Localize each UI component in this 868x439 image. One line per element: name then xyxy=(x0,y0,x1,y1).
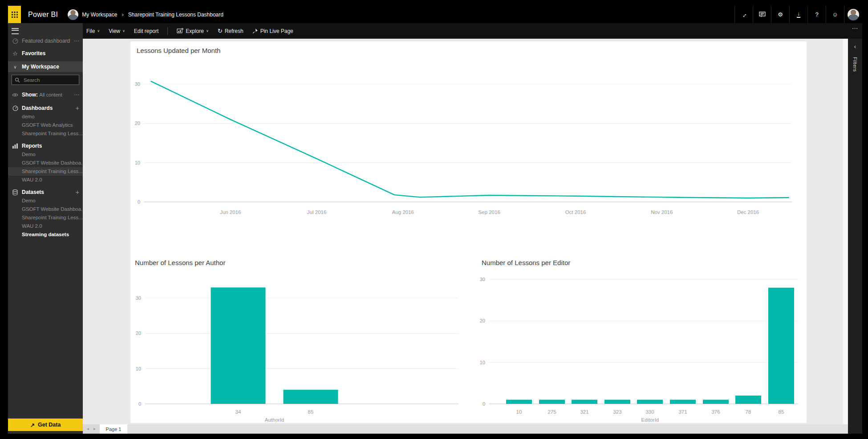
feedback-smiley-button[interactable]: ☺ xyxy=(826,6,844,23)
reports-label: Reports xyxy=(22,143,42,149)
explore-label: Explore xyxy=(186,28,204,34)
svg-text:85: 85 xyxy=(779,409,784,415)
breadcrumb-page[interactable]: Sharepoint Training Lessons Dashboard xyxy=(128,12,223,18)
svg-text:Jul 2016: Jul 2016 xyxy=(307,209,326,215)
filters-panel-collapsed: ‹ Filters xyxy=(848,39,862,434)
svg-text:85: 85 xyxy=(308,409,314,415)
show-label: Show: xyxy=(22,92,38,98)
list-item-streaming-datasets[interactable]: Streaming datasets xyxy=(8,230,83,239)
view-menu-button[interactable]: View ∨ xyxy=(109,28,125,34)
svg-text:10: 10 xyxy=(135,160,140,165)
chevron-down-icon: ∨ xyxy=(206,29,209,33)
edit-report-button[interactable]: Edit report xyxy=(134,28,158,34)
svg-text:Aug 2016: Aug 2016 xyxy=(392,209,414,215)
refresh-icon: ↻ xyxy=(218,28,223,34)
workspace-avatar[interactable] xyxy=(68,9,78,20)
chevron-right-icon: › xyxy=(122,11,123,18)
account-menu[interactable] xyxy=(844,6,862,23)
get-data-button[interactable]: ↗ Get Data xyxy=(8,419,83,431)
download-icon: ↓ xyxy=(797,11,800,18)
edit-report-label: Edit report xyxy=(134,28,158,34)
app-launcher-button[interactable] xyxy=(8,6,21,23)
refresh-button[interactable]: ↻ Refresh xyxy=(218,28,243,34)
dashboards-icon xyxy=(12,105,19,111)
svg-text:AuthorId: AuthorId xyxy=(265,417,284,423)
svg-text:30: 30 xyxy=(136,295,141,301)
pin-live-page-button[interactable]: Pin Live Page xyxy=(252,28,293,34)
download-button[interactable]: ↓ xyxy=(789,6,807,23)
add-dashboard-icon[interactable]: + xyxy=(76,105,79,112)
eye-icon xyxy=(12,93,19,97)
list-item[interactable]: Sharepoint Training Less... xyxy=(8,213,83,222)
section-reports[interactable]: Reports xyxy=(8,141,83,150)
list-item[interactable]: Demo xyxy=(8,150,83,159)
fullscreen-button[interactable]: ↔ xyxy=(734,6,753,23)
file-menu-button[interactable]: File ∨ xyxy=(86,28,100,34)
svg-text:30: 30 xyxy=(135,81,140,87)
svg-text:323: 323 xyxy=(613,409,621,415)
svg-text:20: 20 xyxy=(480,318,485,323)
chevron-down-icon: ∨ xyxy=(122,29,125,33)
sidebar-search[interactable] xyxy=(12,75,79,85)
collapse-nav-button[interactable] xyxy=(8,27,83,36)
more-options-icon[interactable]: ⋯ xyxy=(852,25,858,32)
refresh-label: Refresh xyxy=(225,28,243,34)
section-dashboards[interactable]: Dashboards + xyxy=(8,104,83,113)
list-item-selected[interactable]: Sharepoint Training Less... xyxy=(8,167,83,176)
gear-icon: ⚙ xyxy=(778,11,783,18)
workspace-selector[interactable]: ∨ My Workspace xyxy=(8,61,83,72)
svg-text:371: 371 xyxy=(678,409,687,415)
svg-text:0: 0 xyxy=(138,199,140,205)
powerbi-app: Power BI My Workspace › Sharepoint Train… xyxy=(8,6,862,434)
add-dataset-icon[interactable]: + xyxy=(76,189,79,196)
more-icon[interactable]: ⋯ xyxy=(74,38,79,44)
list-item[interactable]: WAU 2.0 xyxy=(8,176,83,184)
more-icon[interactable]: ⋯ xyxy=(74,92,79,98)
svg-text:275: 275 xyxy=(548,409,556,415)
tab-page-1[interactable]: Page 1 xyxy=(100,424,127,434)
page-prev-icon[interactable]: ◄ xyxy=(86,427,90,431)
svg-text:10: 10 xyxy=(516,409,522,415)
svg-text:Dec 2016: Dec 2016 xyxy=(737,209,759,215)
svg-text:0: 0 xyxy=(138,401,141,407)
page-next-icon[interactable]: ► xyxy=(93,427,97,431)
pin-icon xyxy=(252,28,258,34)
list-item[interactable]: GSOFT Website Dashboa... xyxy=(8,205,83,213)
page-tab-bar: ◄ ► Page 1 xyxy=(83,424,848,434)
list-item[interactable]: GSOFT Website Dashboa... xyxy=(8,159,83,167)
dashboard-gauge-icon xyxy=(12,38,19,44)
list-item[interactable]: demo xyxy=(8,113,83,121)
list-item[interactable]: WAU 2.0 xyxy=(8,222,83,230)
section-datasets[interactable]: Datasets + xyxy=(8,188,83,197)
chevron-left-icon[interactable]: ‹ xyxy=(854,43,856,50)
search-input[interactable] xyxy=(23,77,73,83)
settings-button[interactable]: ⚙ xyxy=(771,6,789,23)
sidebar-item-favorites[interactable]: ☆ Favorites xyxy=(8,49,83,58)
charts-svg[interactable]: 0102030Jun 2016Jul 2016Aug 2016Sep 2016O… xyxy=(130,41,807,423)
user-avatar[interactable] xyxy=(848,9,859,20)
svg-text:78: 78 xyxy=(746,409,751,415)
datasets-label: Datasets xyxy=(22,189,44,195)
breadcrumb-workspace[interactable]: My Workspace xyxy=(82,12,117,18)
sidebar-item-featured-dashboard[interactable]: Featured dashboard ⋯ xyxy=(8,36,83,45)
show-filter-row[interactable]: Show: All content ⋯ xyxy=(8,90,83,99)
top-header: Power BI My Workspace › Sharepoint Train… xyxy=(8,6,862,23)
help-icon: ? xyxy=(815,11,818,18)
view-label: View xyxy=(109,28,120,34)
page-tab-bar-empty xyxy=(127,424,848,434)
show-value[interactable]: All content xyxy=(39,92,62,97)
page-navigation: ◄ ► xyxy=(83,424,100,434)
powerbi-logo[interactable]: Power BI xyxy=(28,11,58,19)
chevron-down-icon: ∨ xyxy=(12,64,19,69)
list-item[interactable]: GSOFT Web Analytics xyxy=(8,121,83,129)
report-toolbar: File ∨ View ∨ Edit report xyxy=(83,23,862,39)
filters-panel-label[interactable]: Filters xyxy=(852,57,858,72)
list-item[interactable]: Demo xyxy=(8,197,83,205)
explore-menu-button[interactable]: Explore ∨ xyxy=(177,28,209,34)
help-button[interactable]: ? xyxy=(807,6,826,23)
svg-text:10: 10 xyxy=(480,360,485,365)
vertical-scrollbar[interactable] xyxy=(843,39,848,424)
feedback-notes-button[interactable] xyxy=(753,6,771,23)
arrow-up-right-icon: ↗ xyxy=(30,422,35,428)
list-item[interactable]: Sharepoint Training Less... xyxy=(8,129,83,138)
